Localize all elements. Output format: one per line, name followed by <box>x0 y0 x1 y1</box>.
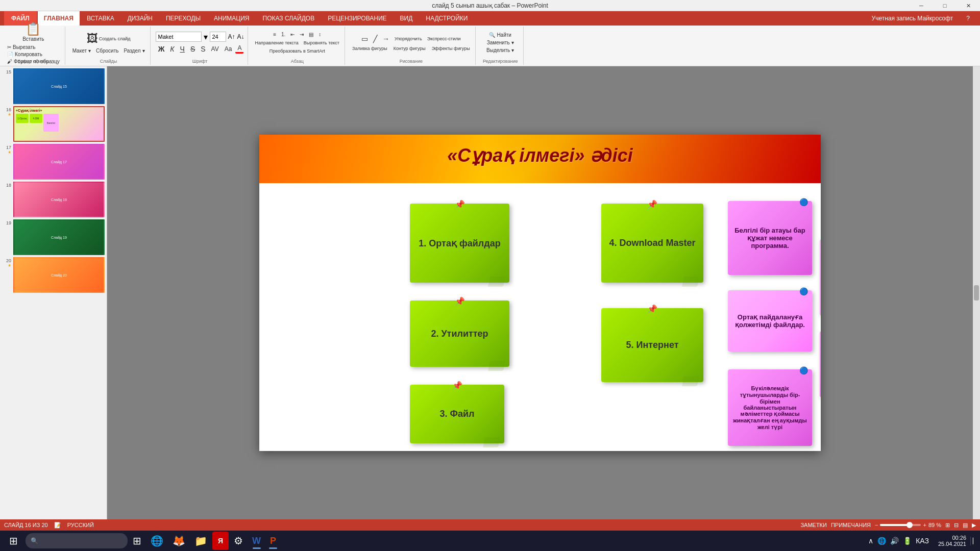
tray-battery-icon[interactable]: 🔋 <box>902 536 913 546</box>
slide-thumb-16[interactable]: 16 ★ «Сұрақ ілмегі» 1.Ортақ 4.DM Белгілі <box>2 106 105 142</box>
pink-note-5[interactable]: 🔵 Интернеттен файлдар жүктеу барысында қ… <box>820 331 821 397</box>
view-normal-icon[interactable]: ⊞ <box>945 522 950 529</box>
font-color-btn[interactable]: A <box>235 44 243 54</box>
replace-btn[interactable]: Заменить▾ <box>485 39 516 46</box>
spell-check-icon[interactable]: 📝 <box>54 522 61 529</box>
zoom-out-icon[interactable]: − <box>875 522 878 528</box>
tray-language[interactable]: КАЗ <box>915 536 930 546</box>
ribbon-tab-review[interactable]: РЕЦЕНЗИРОВАНИЕ <box>322 11 393 26</box>
sticky-note-2[interactable]: 📌 2. Утилиттер <box>410 300 509 367</box>
slide-thumb-15[interactable]: 15 Слайд 15 <box>2 68 105 104</box>
view-fullscreen-icon[interactable]: ▶ <box>972 522 976 529</box>
layout-btn[interactable]: Макет▾ <box>70 47 93 54</box>
convert-smartart-btn[interactable]: Преобразовать в SmartArt <box>267 48 327 54</box>
pink-note-4[interactable]: 🔵 Белгілі бір программалау орталарында б… <box>820 239 821 316</box>
notes-btn[interactable]: ЗАМЕТКИ <box>800 522 827 528</box>
taskbar-task-view[interactable]: ⊞ <box>129 532 145 550</box>
font-increase-icon[interactable]: A↑ <box>228 33 235 40</box>
slide-thumb-17[interactable]: 17 ★ Слайд 17 <box>2 144 105 180</box>
ribbon-tab-view[interactable]: ВИД <box>394 11 419 26</box>
sticky-note-5[interactable]: 📌 5. Интернет <box>601 308 703 382</box>
pink-note-3[interactable]: 🔵 Бүкіләлемдік тұтынушыларды бір-бірімен… <box>728 369 812 446</box>
char-spacing-btn[interactable]: AV <box>209 45 221 53</box>
shape-line[interactable]: ╱ <box>371 34 379 43</box>
taskbar-powerpoint[interactable]: P <box>266 532 280 550</box>
outline-btn[interactable]: Контур фигуры <box>391 45 428 52</box>
shadow-btn[interactable]: S <box>199 44 207 54</box>
font-family-input[interactable] <box>156 32 202 42</box>
slide-thumb-19[interactable]: 19 Слайд 19 <box>2 219 105 255</box>
zoom-in-icon[interactable]: + <box>923 522 926 528</box>
show-desktop-btn[interactable]: ▏ <box>970 537 978 545</box>
shape-rect[interactable]: ▭ <box>359 34 370 43</box>
close-btn[interactable]: ✕ <box>957 0 980 11</box>
ribbon-tab-insert[interactable]: ВСТАВКА <box>81 11 120 26</box>
font-size-input[interactable] <box>210 32 226 42</box>
text-case-btn[interactable]: Aa <box>223 45 234 53</box>
view-slide-sorter-icon[interactable]: ⊟ <box>954 522 959 529</box>
zoom-control[interactable]: − + 89 % <box>875 522 941 528</box>
tray-sound-icon[interactable]: 🔊 <box>889 536 900 546</box>
vertical-scrollbar[interactable] <box>973 66 980 519</box>
sticky-note-1[interactable]: 📌 1. Ортақ файлдар <box>410 204 509 283</box>
taskbar-word[interactable]: W <box>248 532 265 550</box>
sticky-note-3[interactable]: 📌 3. Файл <box>410 385 504 443</box>
taskbar-yandex[interactable]: Я <box>212 532 229 550</box>
indent-right-btn[interactable]: ⇥ <box>298 31 306 38</box>
start-btn[interactable]: ⊞ <box>2 532 24 550</box>
paste-btn[interactable]: 📋 Вставить <box>20 21 46 43</box>
slide-canvas[interactable]: «Сұрақ ілмегі» әдісі 📌 1. Ортақ файлдар … <box>259 135 821 451</box>
font-decrease-icon[interactable]: A↓ <box>237 33 244 40</box>
express-styles-btn[interactable]: Экспресс-стили <box>425 36 463 42</box>
effects-btn[interactable]: Эффекты фигуры <box>430 45 472 52</box>
text-dir-btn[interactable]: Направление текста <box>253 40 301 46</box>
indent-left-btn[interactable]: ⇤ <box>288 31 297 38</box>
ribbon-tab-addins[interactable]: НАДСТРОЙКИ <box>420 11 474 26</box>
taskbar-firefox[interactable]: 🦊 <box>168 532 189 550</box>
cut-btn[interactable]: ✂Вырезать <box>5 44 62 51</box>
reset-btn[interactable]: Сбросить <box>94 47 120 54</box>
italic-btn[interactable]: К <box>168 44 176 54</box>
taskbar-explorer[interactable]: 📁 <box>190 532 211 550</box>
select-btn[interactable]: Выделить▾ <box>484 47 516 54</box>
slide-thumb-18[interactable]: 18 Слайд 18 <box>2 182 105 217</box>
ribbon-tab-transitions[interactable]: ПЕРЕХОДЫ <box>160 11 207 26</box>
underline-btn[interactable]: Ч <box>178 44 187 54</box>
fill-btn[interactable]: Заливка фигуры <box>350 45 389 52</box>
search-bar[interactable]: 🔍 <box>26 533 128 548</box>
ribbon-tab-design[interactable]: ДИЗАЙН <box>121 11 159 26</box>
account-btn[interactable]: Учетная запись Майкрософт <box>866 11 960 26</box>
taskbar-settings[interactable]: ⚙ <box>230 532 247 550</box>
taskbar-edge[interactable]: 🌐 <box>146 532 167 550</box>
arrange-btn[interactable]: Упорядочить <box>393 36 424 42</box>
comments-btn[interactable]: ПРИМЕЧАНИЯ <box>831 522 871 528</box>
shape-arrow[interactable]: → <box>380 34 391 43</box>
strikethrough-btn[interactable]: S <box>188 44 197 54</box>
copy-btn[interactable]: 📄Копировать <box>5 51 62 58</box>
minimize-btn[interactable]: ─ <box>910 0 933 11</box>
ribbon-tab-animation[interactable]: АНИМАЦИЯ <box>208 11 255 26</box>
slide-title[interactable]: «Сұрақ ілмегі» әдісі <box>259 145 821 166</box>
help-btn[interactable]: ? <box>960 11 976 26</box>
taskbar-clock[interactable]: 00:26 25.04.2021 <box>935 535 969 547</box>
maximize-btn[interactable]: □ <box>933 0 957 11</box>
line-spacing-btn[interactable]: ↕ <box>316 31 323 38</box>
tray-network-icon[interactable]: 🌐 <box>876 536 887 546</box>
paste-label: Вставить <box>22 36 44 42</box>
pink-note-1[interactable]: 🔵 Белгілі бір атауы бар құжат немесе про… <box>728 201 812 275</box>
columns-btn[interactable]: ▤ <box>307 31 315 38</box>
sticky-note-4[interactable]: 📌 4. Download Master <box>601 204 703 283</box>
new-slide-btn[interactable]: 🖼 Создать слайд <box>85 31 133 46</box>
section-btn[interactable]: Раздел▾ <box>121 47 146 54</box>
pink-note-2[interactable]: 🔵 Ортақ пайдалануға қолжетімді файлдар. <box>728 290 812 352</box>
ribbon-tab-slideshow[interactable]: ПОКАЗ СЛАЙДОВ <box>257 11 321 26</box>
bold-btn[interactable]: Ж <box>156 44 167 54</box>
view-reading-icon[interactable]: ▤ <box>963 522 968 529</box>
bullets-btn[interactable]: ≡ <box>271 31 278 38</box>
tray-arrow-icon[interactable]: ∧ <box>867 536 874 546</box>
language-label[interactable]: РУССКИЙ <box>67 522 94 528</box>
align-text-btn[interactable]: Выровнять текст <box>302 40 341 46</box>
slide-thumb-20[interactable]: 20 ★ Слайд 20 <box>2 257 105 293</box>
numbering-btn[interactable]: 1. <box>279 31 287 38</box>
find-btn[interactable]: 🔍Найти <box>487 32 513 38</box>
